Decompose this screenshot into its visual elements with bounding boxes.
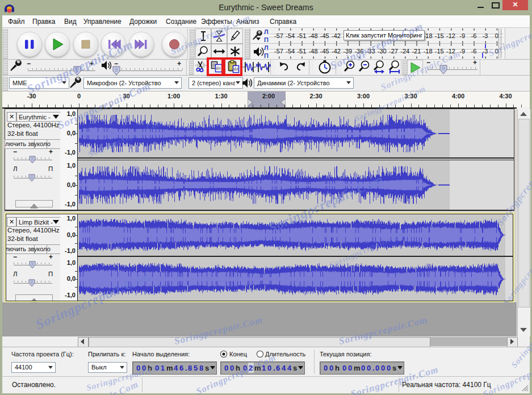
svg-text:0: 0 — [495, 32, 499, 39]
svg-text:-48: -48 — [309, 48, 318, 55]
svg-text:-27: -27 — [389, 48, 398, 55]
svg-text:-18: -18 — [424, 32, 433, 39]
svg-text:-6: -6 — [471, 48, 477, 55]
svg-text:-6: -6 — [471, 32, 477, 39]
svg-text:-54: -54 — [286, 48, 295, 55]
svg-text:-42: -42 — [332, 48, 341, 55]
svg-text:-15: -15 — [435, 32, 444, 39]
svg-text:-21: -21 — [412, 48, 421, 55]
svg-text:-42: -42 — [332, 32, 341, 39]
svg-text:-18: -18 — [424, 48, 433, 55]
svg-text:-45: -45 — [320, 48, 329, 55]
svg-text:-15: -15 — [435, 48, 444, 55]
svg-text:-51: -51 — [297, 48, 306, 55]
svg-text:-45: -45 — [320, 32, 329, 39]
svg-text:-3: -3 — [483, 32, 488, 39]
svg-text:-24: -24 — [400, 48, 409, 55]
svg-text:-57: -57 — [274, 48, 283, 55]
svg-text:-54: -54 — [286, 32, 295, 39]
svg-text:-51: -51 — [297, 32, 306, 39]
svg-text:-57: -57 — [274, 32, 283, 39]
svg-text:-48: -48 — [309, 32, 318, 39]
svg-text:-9: -9 — [459, 32, 465, 39]
svg-text:-12: -12 — [446, 32, 455, 39]
